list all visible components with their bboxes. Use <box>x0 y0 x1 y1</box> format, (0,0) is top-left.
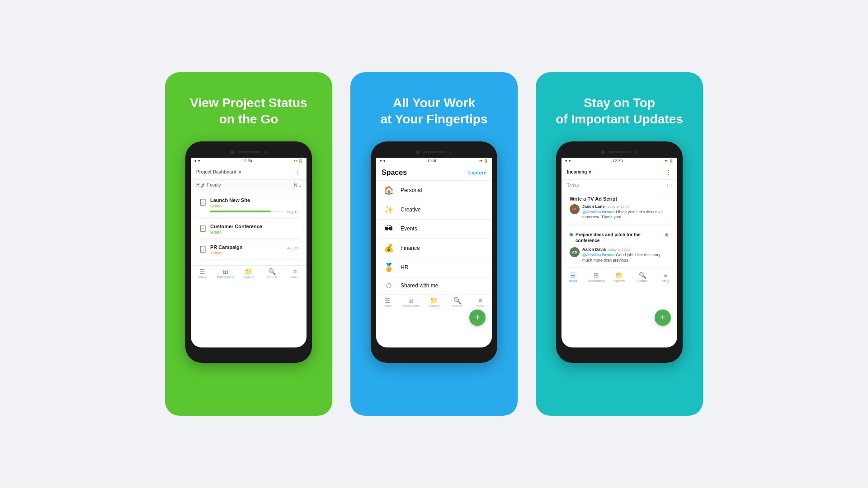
space-shared[interactable]: ⬡ Shared with me <box>376 277 492 294</box>
task-row-2: Prepare deck and pitch for the conferenc… <box>570 230 669 245</box>
project-icon-2: 📋 <box>199 225 207 232</box>
screen1-chevron[interactable]: ∨ <box>238 169 241 174</box>
task-card-1[interactable]: Write a TV Ad Script ⋯ JL Jason Lane tod… <box>565 192 674 224</box>
spaces-icon-3: 📁 <box>615 272 623 278</box>
space-finance[interactable]: 💰 Finance <box>376 239 492 258</box>
nav-inbox-3[interactable]: ☰ Inbox <box>564 272 582 282</box>
comment-row-2: AD Aaron Davis today at 13:21 @Jessica B… <box>570 247 669 263</box>
project-name-3: PR Campaign <box>210 244 283 250</box>
fab-button-3[interactable]: + <box>655 310 671 326</box>
screen3-dots[interactable]: ⋮ <box>665 169 672 176</box>
hr-label: HR <box>401 264 408 271</box>
progress-bar-container-1 <box>210 211 284 212</box>
nav-spaces-label-3: Spaces <box>614 279 624 282</box>
screen1-dots[interactable]: ⋮ <box>295 169 301 176</box>
battery-icons-2: ▪▪ 🔋 <box>479 159 488 163</box>
nav-spaces-3[interactable]: 📁 Spaces <box>610 272 628 282</box>
phone-top-bar-1 <box>191 147 307 158</box>
personal-icon: 🏠 <box>382 185 395 195</box>
project-item-1[interactable]: 📋 Launch New Site Green Aug 17 <box>194 194 303 217</box>
progress-row-1: Aug 17 <box>210 210 298 214</box>
nav-story-3[interactable]: ≡ Story <box>656 272 675 282</box>
screen1-sub-header: High Priority N... <box>191 180 307 190</box>
hr-icon: 🏅 <box>382 263 395 272</box>
space-hr[interactable]: 🏅 HR <box>376 258 492 277</box>
nav-more-1[interactable]: ≡ More <box>286 268 304 279</box>
inbox-icon-3: ☰ <box>570 272 576 278</box>
nav-inbox-1[interactable]: ☰ Inbox <box>193 268 212 279</box>
nav-search-3[interactable]: 🔍 Search <box>633 272 651 282</box>
nav-search-label-3: Search <box>637 279 647 282</box>
bottom-nav-3: ☰ Inbox ⊞ Dashboards 📁 Spaces 🔍 Search <box>561 269 677 284</box>
nav-spaces-1[interactable]: 📁 Spaces <box>240 268 258 279</box>
project-item-2[interactable]: 📋 Customer Conference Green <box>194 220 303 238</box>
phone-camera-1 <box>231 150 234 154</box>
space-personal[interactable]: 🏠 Personal <box>376 181 492 200</box>
status-bar-3: ▾ ▾ 12:30 ▪▪ 🔋 <box>561 158 677 165</box>
search-icon-3: 🔍 <box>639 272 646 278</box>
phone-camera-2 <box>416 150 420 154</box>
task-title-2: Prepare deck and pitch for the conferenc… <box>576 232 661 244</box>
status-bar-1: ▾ ▾ 12:30 ▪▪ 🔋 <box>191 158 307 165</box>
phone-frame-1: ▾ ▾ 12:30 ▪▪ 🔋 Project Dashboard ∨ ⋮ Hig… <box>185 141 312 363</box>
phone-screen-2: ▾ ▾ 12:30 ▪▪ 🔋 Spaces Explore 🏠 Personal <box>376 158 492 347</box>
nav-more-label-1: More <box>291 276 298 279</box>
card-project-dashboard: View Project Status on the Go ▾ ▾ 12:30 … <box>165 72 332 416</box>
phone-speaker-1 <box>238 151 260 153</box>
comment-body-1: Jason Lane today at 16:48 @Jessica Brown… <box>582 204 669 220</box>
incoming-chevron[interactable]: ∨ <box>588 169 591 174</box>
nav-dashboards-2[interactable]: ⊞ Dashboards <box>402 297 420 308</box>
card3-title: Stay on Top of Important Updates <box>556 95 683 128</box>
phone-top-bar-3 <box>561 147 677 158</box>
avatar-aaron: AD <box>570 247 580 257</box>
screen1-title-text: Project Dashboard <box>196 169 236 174</box>
space-events[interactable]: 🕶 Events <box>376 220 492 239</box>
phone-camera-3 <box>601 150 605 154</box>
progress-date-1: Aug 17 <box>287 210 298 214</box>
events-label: Events <box>401 225 417 232</box>
task-menu-icon-1[interactable]: ⋯ <box>665 197 669 202</box>
nav-spaces-2[interactable]: 📁 Spaces <box>425 297 443 308</box>
bottom-nav-2: ☰ Inbox ⊞ Dashboards 📁 Spaces 🔍 Search <box>376 294 492 310</box>
creative-icon: ✨ <box>382 205 395 215</box>
phone-earpiece-1 <box>264 151 267 154</box>
nav-dashboards-3[interactable]: ⊞ Dashboards <box>587 272 605 282</box>
nav-inbox-2[interactable]: ☰ Inbox <box>379 297 397 308</box>
fab-button-2[interactable]: + <box>469 310 486 326</box>
project-item-3[interactable]: 📋 PR Campaign Yellow Aug 23 <box>194 241 303 259</box>
more-icon-2: ≡ <box>478 297 482 304</box>
nav-more-2[interactable]: ≡ More <box>471 297 489 308</box>
nav-search-label-1: Search <box>267 276 277 279</box>
incoming-title: Incoming ∨ <box>567 169 591 174</box>
project-name-2: Customer Conference <box>210 224 298 229</box>
phone-screen-1: ▾ ▾ 12:30 ▪▪ 🔋 Project Dashboard ∨ ⋮ Hig… <box>191 158 307 347</box>
progress-bar-fill-1 <box>210 211 271 212</box>
task-card-2[interactable]: Prepare deck and pitch for the conferenc… <box>565 226 674 267</box>
inbox-icon-2: ☰ <box>385 297 391 304</box>
screen1-header: Project Dashboard ∨ ⋮ <box>191 165 307 180</box>
phone-earpiece-3 <box>635 151 637 154</box>
nav-search-1[interactable]: 🔍 Search <box>263 268 281 279</box>
phone-screen-3: ▾ ▾ 12:30 ▪▪ 🔋 Incoming ∨ ⋮ Today ⬚ <box>561 158 677 347</box>
nav-search-label-2: Search <box>452 305 462 308</box>
star-icon-2[interactable]: ★ <box>664 232 669 238</box>
events-icon: 🕶 <box>382 224 395 234</box>
explore-button[interactable]: Explore <box>468 170 486 175</box>
nav-dashboards-1[interactable]: ⊞ Dashboards <box>217 268 235 279</box>
card-incoming: Stay on Top of Important Updates ▾ ▾ 12:… <box>536 72 703 416</box>
phone-frame-2: ▾ ▾ 12:30 ▪▪ 🔋 Spaces Explore 🏠 Personal <box>371 141 497 363</box>
mention-jessica-2: @Jessica Brown <box>582 253 615 257</box>
screen2-header: Spaces Explore <box>376 165 492 181</box>
nav-search-2[interactable]: 🔍 Search <box>448 297 466 308</box>
comment-time-2: today at 13:21 <box>608 248 631 252</box>
incoming-title-text: Incoming <box>567 169 587 174</box>
comment-time-1: today at 16:48 <box>607 205 630 209</box>
nav-more-label-2: More <box>476 305 484 308</box>
nav-story-label-3: Story <box>662 279 669 282</box>
inbox-add-icon[interactable]: ⬚ <box>667 183 672 189</box>
nav-inbox-label-3: Inbox <box>569 279 577 282</box>
today-label: Today <box>567 183 579 188</box>
project-status-3: Yellow <box>210 251 283 255</box>
card2-title: All Your Work at Your Fingertips <box>381 95 488 128</box>
space-creative[interactable]: ✨ Creative <box>376 200 492 220</box>
